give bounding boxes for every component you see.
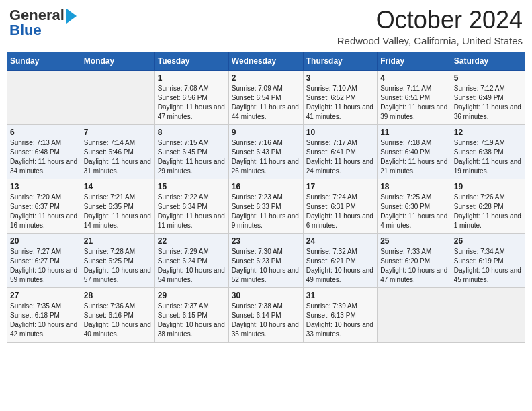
calendar-cell: 13Sunrise: 7:20 AMSunset: 6:37 PMDayligh…: [7, 179, 81, 233]
calendar-cell: 2Sunrise: 7:09 AMSunset: 6:54 PMDaylight…: [228, 70, 303, 124]
calendar-cell: 12Sunrise: 7:19 AMSunset: 6:38 PMDayligh…: [451, 124, 525, 179]
day-number: 27: [10, 291, 78, 300]
day-info: Sunrise: 7:25 AMSunset: 6:30 PMDaylight:…: [380, 193, 448, 230]
calendar-cell: 6Sunrise: 7:13 AMSunset: 6:48 PMDaylight…: [7, 124, 81, 179]
logo-arrow-icon: [66, 9, 77, 24]
calendar-week-row: 1Sunrise: 7:08 AMSunset: 6:56 PMDaylight…: [7, 70, 525, 124]
day-info: Sunrise: 7:16 AMSunset: 6:43 PMDaylight:…: [232, 138, 300, 176]
location: Redwood Valley, California, United State…: [337, 35, 523, 46]
calendar-day-header: Monday: [81, 52, 154, 70]
day-number: 21: [84, 236, 152, 246]
calendar-day-header: Saturday: [451, 52, 525, 70]
day-number: 2: [232, 73, 300, 83]
day-info: Sunrise: 7:38 AMSunset: 6:14 PMDaylight:…: [232, 302, 300, 339]
day-info: Sunrise: 7:23 AMSunset: 6:33 PMDaylight:…: [232, 193, 300, 230]
day-number: 23: [232, 236, 300, 246]
day-info: Sunrise: 7:18 AMSunset: 6:40 PMDaylight:…: [380, 138, 448, 176]
calendar-cell: 8Sunrise: 7:15 AMSunset: 6:45 PMDaylight…: [154, 124, 228, 179]
calendar-cell: 4Sunrise: 7:11 AMSunset: 6:51 PMDaylight…: [378, 70, 451, 124]
calendar-cell: 9Sunrise: 7:16 AMSunset: 6:43 PMDaylight…: [228, 124, 303, 179]
calendar-cell: 29Sunrise: 7:37 AMSunset: 6:15 PMDayligh…: [154, 287, 228, 342]
day-number: 7: [84, 128, 152, 137]
day-info: Sunrise: 7:28 AMSunset: 6:25 PMDaylight:…: [84, 247, 152, 285]
calendar-cell: [378, 287, 451, 342]
calendar-cell: 10Sunrise: 7:17 AMSunset: 6:41 PMDayligh…: [303, 124, 377, 179]
calendar-cell: 21Sunrise: 7:28 AMSunset: 6:25 PMDayligh…: [81, 233, 154, 287]
day-number: 25: [380, 236, 448, 246]
calendar-cell: 1Sunrise: 7:08 AMSunset: 6:56 PMDaylight…: [154, 70, 228, 124]
day-info: Sunrise: 7:37 AMSunset: 6:15 PMDaylight:…: [158, 302, 226, 339]
day-info: Sunrise: 7:32 AMSunset: 6:21 PMDaylight:…: [306, 247, 374, 285]
day-info: Sunrise: 7:09 AMSunset: 6:54 PMDaylight:…: [232, 84, 300, 122]
day-number: 15: [158, 182, 226, 191]
calendar-cell: 30Sunrise: 7:38 AMSunset: 6:14 PMDayligh…: [228, 287, 303, 342]
day-info: Sunrise: 7:08 AMSunset: 6:56 PMDaylight:…: [158, 84, 226, 122]
day-info: Sunrise: 7:34 AMSunset: 6:19 PMDaylight:…: [454, 247, 522, 285]
calendar-cell: 25Sunrise: 7:33 AMSunset: 6:20 PMDayligh…: [378, 233, 451, 287]
calendar-cell: [451, 287, 525, 342]
calendar-cell: 17Sunrise: 7:24 AMSunset: 6:31 PMDayligh…: [303, 179, 377, 233]
day-number: 24: [306, 236, 374, 246]
calendar-header-row: SundayMondayTuesdayWednesdayThursdayFrid…: [7, 52, 525, 70]
calendar-day-header: Friday: [378, 52, 451, 70]
day-number: 17: [306, 182, 374, 191]
day-info: Sunrise: 7:10 AMSunset: 6:52 PMDaylight:…: [306, 84, 374, 122]
day-number: 10: [306, 128, 374, 137]
day-number: 9: [232, 128, 300, 137]
calendar-day-header: Thursday: [303, 52, 377, 70]
calendar-cell: 28Sunrise: 7:36 AMSunset: 6:16 PMDayligh…: [81, 287, 154, 342]
month-title: October 2024: [337, 7, 523, 34]
calendar-week-row: 13Sunrise: 7:20 AMSunset: 6:37 PMDayligh…: [7, 179, 525, 233]
calendar-cell: 7Sunrise: 7:14 AMSunset: 6:46 PMDaylight…: [81, 124, 154, 179]
day-number: 8: [158, 128, 226, 137]
logo-blue: Blue: [9, 21, 42, 39]
day-info: Sunrise: 7:35 AMSunset: 6:18 PMDaylight:…: [10, 302, 78, 339]
calendar-day-header: Sunday: [7, 52, 81, 70]
day-info: Sunrise: 7:39 AMSunset: 6:13 PMDaylight:…: [306, 302, 374, 339]
day-number: 5: [454, 73, 522, 83]
day-number: 13: [10, 182, 78, 191]
day-info: Sunrise: 7:24 AMSunset: 6:31 PMDaylight:…: [306, 193, 374, 230]
day-number: 14: [84, 182, 152, 191]
day-info: Sunrise: 7:26 AMSunset: 6:28 PMDaylight:…: [454, 193, 522, 230]
day-info: Sunrise: 7:17 AMSunset: 6:41 PMDaylight:…: [306, 138, 374, 176]
day-number: 22: [158, 236, 226, 246]
calendar-cell: 19Sunrise: 7:26 AMSunset: 6:28 PMDayligh…: [451, 179, 525, 233]
calendar-cell: [81, 70, 154, 124]
calendar-day-header: Wednesday: [228, 52, 303, 70]
day-info: Sunrise: 7:20 AMSunset: 6:37 PMDaylight:…: [10, 193, 78, 230]
day-info: Sunrise: 7:27 AMSunset: 6:27 PMDaylight:…: [10, 247, 78, 285]
calendar-week-row: 6Sunrise: 7:13 AMSunset: 6:48 PMDaylight…: [7, 124, 525, 179]
day-number: 16: [232, 182, 300, 191]
calendar-cell: 20Sunrise: 7:27 AMSunset: 6:27 PMDayligh…: [7, 233, 81, 287]
day-number: 12: [454, 128, 522, 137]
day-info: Sunrise: 7:12 AMSunset: 6:49 PMDaylight:…: [454, 84, 522, 122]
calendar-week-row: 20Sunrise: 7:27 AMSunset: 6:27 PMDayligh…: [7, 233, 525, 287]
calendar-cell: 23Sunrise: 7:30 AMSunset: 6:23 PMDayligh…: [228, 233, 303, 287]
calendar-cell: 5Sunrise: 7:12 AMSunset: 6:49 PMDaylight…: [451, 70, 525, 124]
calendar-table: SundayMondayTuesdayWednesdayThursdayFrid…: [7, 52, 525, 342]
calendar-cell: 16Sunrise: 7:23 AMSunset: 6:33 PMDayligh…: [228, 179, 303, 233]
day-info: Sunrise: 7:21 AMSunset: 6:35 PMDaylight:…: [84, 193, 152, 230]
day-info: Sunrise: 7:11 AMSunset: 6:51 PMDaylight:…: [380, 84, 448, 122]
day-number: 11: [380, 128, 448, 137]
day-info: Sunrise: 7:36 AMSunset: 6:16 PMDaylight:…: [84, 302, 152, 339]
calendar-day-header: Tuesday: [154, 52, 228, 70]
day-number: 3: [306, 73, 374, 83]
logo: General Blue: [9, 7, 77, 39]
day-number: 30: [232, 291, 300, 300]
day-info: Sunrise: 7:15 AMSunset: 6:45 PMDaylight:…: [158, 138, 226, 176]
day-info: Sunrise: 7:33 AMSunset: 6:20 PMDaylight:…: [380, 247, 448, 285]
day-info: Sunrise: 7:13 AMSunset: 6:48 PMDaylight:…: [10, 138, 78, 176]
calendar-cell: 3Sunrise: 7:10 AMSunset: 6:52 PMDaylight…: [303, 70, 377, 124]
day-number: 1: [158, 73, 226, 83]
calendar-cell: 11Sunrise: 7:18 AMSunset: 6:40 PMDayligh…: [378, 124, 451, 179]
day-number: 29: [158, 291, 226, 300]
calendar-cell: 27Sunrise: 7:35 AMSunset: 6:18 PMDayligh…: [7, 287, 81, 342]
calendar-cell: 24Sunrise: 7:32 AMSunset: 6:21 PMDayligh…: [303, 233, 377, 287]
calendar-week-row: 27Sunrise: 7:35 AMSunset: 6:18 PMDayligh…: [7, 287, 525, 342]
day-info: Sunrise: 7:30 AMSunset: 6:23 PMDaylight:…: [232, 247, 300, 285]
calendar-cell: 15Sunrise: 7:22 AMSunset: 6:34 PMDayligh…: [154, 179, 228, 233]
day-info: Sunrise: 7:29 AMSunset: 6:24 PMDaylight:…: [158, 247, 226, 285]
day-number: 19: [454, 182, 522, 191]
